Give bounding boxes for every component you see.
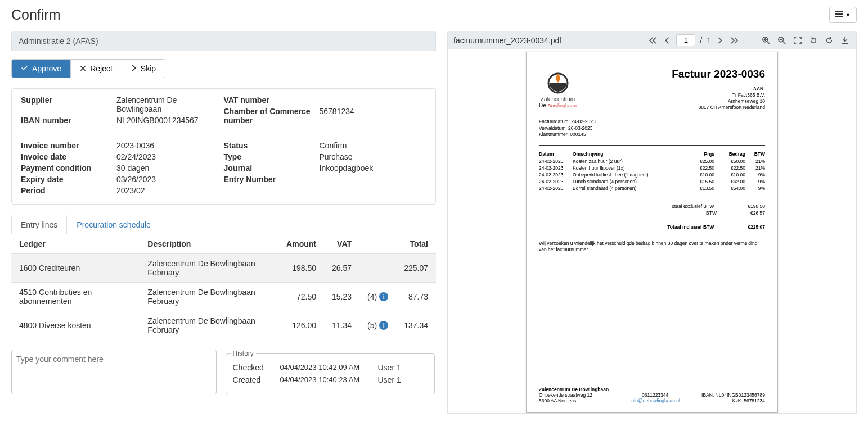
- cell-vat: 11.34: [324, 311, 359, 340]
- payment-condition-value: 30 dagen: [116, 164, 149, 173]
- rotate-cw-icon[interactable]: [824, 35, 835, 46]
- th-total: Total: [396, 234, 436, 254]
- pdf-viewer-toolbar: factuurnummer_2023-0034.pdf / 1: [447, 31, 857, 49]
- history-user: User 1: [378, 375, 401, 384]
- pdf-logo: Zalencentrum De Bowlingbaan: [539, 68, 577, 111]
- cell-description: Zalencentrum De Bowlingbaan February: [140, 254, 278, 283]
- status-value: Confirm: [320, 141, 347, 150]
- iban-label: IBAN number: [21, 116, 116, 125]
- history-box: History Checked 04/04/2023 10:42:09 AM U…: [226, 350, 435, 394]
- tab-entry-lines[interactable]: Entry lines: [11, 215, 67, 234]
- invoice-number-label: Invoice number: [21, 141, 116, 150]
- caret-down-icon: ▼: [845, 12, 851, 18]
- page-title: Confirm: [11, 7, 61, 23]
- skip-button[interactable]: Skip: [122, 60, 165, 78]
- cell-info: (5) i: [359, 311, 396, 340]
- history-row: Checked 04/04/2023 10:42:09 AM User 1: [233, 363, 428, 372]
- check-icon: [21, 64, 28, 73]
- entry-lines-table: Ledger Description Amount VAT Total 1600…: [11, 234, 436, 339]
- page-number-input[interactable]: [676, 34, 695, 46]
- info-icon: i: [379, 292, 388, 301]
- chevron-right-icon: [131, 64, 137, 73]
- period-label: Period: [21, 186, 116, 195]
- prev-page-icon[interactable]: [663, 36, 672, 45]
- expiry-date-label: Expiry date: [21, 175, 116, 184]
- next-page-icon[interactable]: [716, 36, 725, 45]
- invoice-details-card: SupplierZalencentrum De Bowlingbaan IBAN…: [11, 88, 436, 205]
- reject-label: Reject: [90, 64, 113, 73]
- pdf-recipient: AAN: TriFact365 B.V. Arnhemseweg 10 3817…: [672, 86, 765, 111]
- info-icon: i: [379, 321, 388, 330]
- pdf-page: Zalencentrum De Bowlingbaan Factuur 2023…: [526, 52, 778, 413]
- first-page-icon[interactable]: [647, 36, 658, 45]
- invoice-date-label: Invoice date: [21, 152, 116, 161]
- cell-total: 137.34: [396, 311, 436, 340]
- iban-value: NL20INGB0001234567: [116, 116, 199, 125]
- vat-info-badge[interactable]: (5) i: [367, 321, 388, 330]
- list-icon: [835, 11, 843, 19]
- history-label: Created: [233, 375, 272, 384]
- x-icon: [80, 64, 86, 73]
- th-vat: VAT: [324, 234, 359, 254]
- pdf-totals: Totaal exclusief BTW€198.50 BTW€26.57 To…: [539, 203, 765, 230]
- cell-total: 87.73: [396, 283, 436, 311]
- pdf-meta: Factuurdatum: 24-02-2023 Vervaldatum: 26…: [539, 119, 765, 138]
- zoom-in-icon[interactable]: [761, 35, 772, 46]
- th-info: [359, 234, 396, 254]
- administration-label: Administratie 2 (AFAS): [11, 31, 436, 51]
- approve-button[interactable]: Approve: [12, 60, 71, 78]
- status-label: Status: [224, 141, 320, 150]
- history-user: User 1: [378, 363, 401, 372]
- th-amount: Amount: [278, 234, 324, 254]
- last-page-icon[interactable]: [729, 36, 740, 45]
- invoice-date-value: 02/24/2023: [116, 152, 156, 161]
- period-value: 2023/02: [116, 186, 145, 195]
- table-row: 4510 Contributies en abonnementen Zalenc…: [11, 283, 436, 311]
- approve-label: Approve: [32, 64, 61, 73]
- page-separator: /: [700, 36, 702, 45]
- history-timestamp: 04/04/2023 10:40:23 AM: [280, 375, 370, 384]
- pdf-note: Wij verzoeken u vriendelijk het verschul…: [539, 241, 765, 253]
- skip-label: Skip: [141, 64, 156, 73]
- pdf-title: Factuur 2023-0036: [672, 68, 765, 80]
- tab-procuration-schedule[interactable]: Procuration schedule: [67, 215, 160, 234]
- download-icon[interactable]: [839, 35, 851, 46]
- pdf-filename: factuurnummer_2023-0034.pdf: [453, 36, 561, 45]
- action-button-group: Approve Reject Skip: [11, 59, 165, 78]
- history-timestamp: 04/04/2023 10:42:09 AM: [280, 363, 370, 371]
- options-menu-button[interactable]: ▼: [829, 7, 857, 23]
- table-row: 1600 Crediteuren Zalencentrum De Bowling…: [11, 254, 436, 283]
- coc-label: Chamber of Commerce number: [224, 107, 320, 125]
- journal-label: Journal: [224, 164, 320, 173]
- total-pages: 1: [707, 36, 711, 45]
- cell-vat: 26.57: [324, 254, 359, 283]
- history-legend: History: [231, 350, 256, 357]
- comment-input[interactable]: [11, 350, 217, 394]
- cell-amount: 126.00: [278, 311, 324, 340]
- cell-info: [359, 254, 396, 283]
- tabs: Entry lines Procuration schedule: [11, 215, 436, 234]
- rotate-ccw-icon[interactable]: [808, 35, 819, 46]
- supplier-value: Zalencentrum De Bowlingbaan: [116, 96, 224, 114]
- reject-button[interactable]: Reject: [71, 60, 122, 78]
- cell-amount: 72.50: [278, 283, 324, 311]
- pdf-viewer-body[interactable]: Zalencentrum De Bowlingbaan Factuur 2023…: [447, 49, 857, 414]
- journal-value: Inkoopdagboek: [320, 164, 374, 173]
- th-ledger: Ledger: [11, 234, 140, 254]
- type-label: Type: [224, 152, 320, 161]
- zoom-out-icon[interactable]: [776, 35, 788, 46]
- fullscreen-icon[interactable]: [792, 35, 803, 46]
- entry-number-label: Entry Number: [224, 175, 320, 184]
- expiry-date-value: 03/26/2023: [116, 175, 156, 184]
- table-row: 4800 Diverse kosten Zalencentrum De Bowl…: [11, 311, 436, 340]
- invoice-number-value: 2023-0036: [116, 141, 154, 150]
- pdf-footer: Zalencentrum De Bowlingbaan Onbekende st…: [539, 387, 765, 403]
- cell-description: Zalencentrum De Bowlingbaan February: [140, 283, 278, 311]
- vat-info-badge[interactable]: (4) i: [367, 292, 388, 301]
- supplier-label: Supplier: [21, 96, 116, 114]
- cell-ledger: 1600 Crediteuren: [11, 254, 140, 283]
- pdf-line-items: Datum Omschrijving Prijs Bedrag BTW 24-0…: [539, 150, 765, 192]
- cell-total: 225.07: [396, 254, 436, 283]
- th-description: Description: [140, 234, 278, 254]
- cell-info: (4) i: [359, 283, 396, 311]
